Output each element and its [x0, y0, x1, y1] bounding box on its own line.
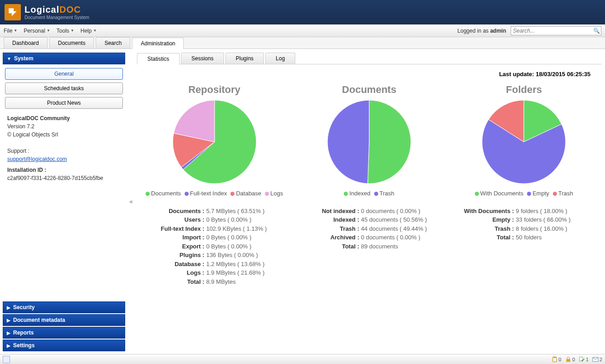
- side-btn-product-news[interactable]: Product News: [5, 97, 123, 109]
- footer-clipboard[interactable]: 0: [551, 356, 561, 363]
- menu-tools[interactable]: Tools▼: [57, 28, 74, 34]
- accordion-security[interactable]: ▶Security: [3, 301, 125, 313]
- stats-list: With Documents :9 folders ( 18.00% )Empt…: [449, 207, 599, 242]
- side-btn-scheduled-tasks[interactable]: Scheduled tasks: [5, 83, 123, 94]
- search-input[interactable]: [511, 28, 592, 34]
- chart-documents: DocumentsIndexedTrashNot indexed :0 docu…: [294, 84, 444, 286]
- tab-dashboard[interactable]: Dashboard: [4, 37, 48, 49]
- tab-administration[interactable]: Administration: [132, 38, 184, 49]
- charts-row: RepositoryDocumentsFull-text IndexDataba…: [137, 84, 601, 286]
- top-tabs: DashboardDocumentsSearchAdministration: [0, 37, 605, 49]
- chart-folders: FoldersWith DocumentsEmptyTrashWith Docu…: [449, 84, 599, 286]
- chart-title: Documents: [294, 84, 444, 96]
- legend: DocumentsFull-text IndexDatabaseLogs: [140, 189, 289, 199]
- subtab-plugins[interactable]: Plugins: [225, 53, 264, 64]
- brand-name2: DOC: [59, 5, 81, 15]
- brand-name1: Logical: [24, 5, 59, 15]
- stats-list: Not indexed :0 documents ( 0.00% )Indexe…: [294, 207, 444, 251]
- last-update: Last update: 18/03/2015 06:25:35: [137, 64, 601, 79]
- accordion-settings[interactable]: ▶Settings: [3, 340, 125, 351]
- subtab-log[interactable]: Log: [265, 53, 295, 64]
- subtab-statistics[interactable]: Statistics: [137, 53, 180, 64]
- product-info: LogicalDOC CommunityVersion 7.2© Logical…: [3, 112, 125, 185]
- chart-title: Repository: [140, 84, 289, 96]
- svg-rect-2: [566, 359, 570, 362]
- legend: IndexedTrash: [294, 189, 444, 199]
- menu-help[interactable]: Help▼: [81, 28, 97, 34]
- brand-tagline: Document Management System: [24, 15, 89, 20]
- menubar: File▼Personal▼Tools▼Help▼ Logged in as a…: [0, 24, 605, 37]
- footer: 0 0 1 2: [0, 354, 605, 364]
- pie-chart: [449, 100, 599, 184]
- side-btn-general[interactable]: General: [5, 68, 123, 80]
- accordion-reports[interactable]: ▶Reports: [3, 327, 125, 339]
- menu-personal[interactable]: Personal▼: [24, 28, 50, 34]
- splitter[interactable]: ◀: [128, 49, 133, 354]
- search-box[interactable]: 🔍: [511, 26, 601, 35]
- sidebar: ▼SystemGeneralScheduled tasksProduct New…: [0, 49, 128, 354]
- sub-tabs: StatisticsSessionsPluginsLog: [137, 53, 601, 64]
- app-header: LogicalDOC Document Management System: [0, 0, 605, 24]
- logo-icon: [5, 4, 21, 20]
- pie-chart: [294, 100, 444, 184]
- accordion-document-metadata[interactable]: ▶Document metadata: [3, 314, 125, 326]
- chart-title: Folders: [449, 84, 599, 96]
- subtab-sessions[interactable]: Sessions: [181, 53, 224, 64]
- pie-chart: [140, 100, 289, 184]
- tab-documents[interactable]: Documents: [49, 37, 94, 49]
- footer-mail[interactable]: 2: [592, 356, 602, 363]
- legend: With DocumentsEmptyTrash: [449, 189, 599, 199]
- svg-rect-1: [553, 356, 556, 358]
- menu-file[interactable]: File▼: [4, 28, 17, 34]
- tab-search[interactable]: Search: [96, 37, 130, 49]
- accordion-system[interactable]: ▼System: [3, 53, 125, 64]
- login-text: Logged in as admin: [458, 28, 506, 34]
- search-icon[interactable]: 🔍: [592, 28, 601, 34]
- brand-text: LogicalDOC Document Management System: [24, 5, 89, 20]
- footer-checked[interactable]: 1: [579, 356, 589, 363]
- support-link[interactable]: support@logicaldoc.com: [7, 156, 67, 162]
- stats-list: Documents :5.7 MBytes ( 63.51% )Users :0…: [140, 207, 289, 286]
- chart-repository: RepositoryDocumentsFull-text IndexDataba…: [140, 84, 289, 286]
- footer-note-icon[interactable]: [3, 356, 10, 363]
- footer-locked[interactable]: 0: [565, 356, 575, 363]
- content: StatisticsSessionsPluginsLog Last update…: [133, 49, 605, 354]
